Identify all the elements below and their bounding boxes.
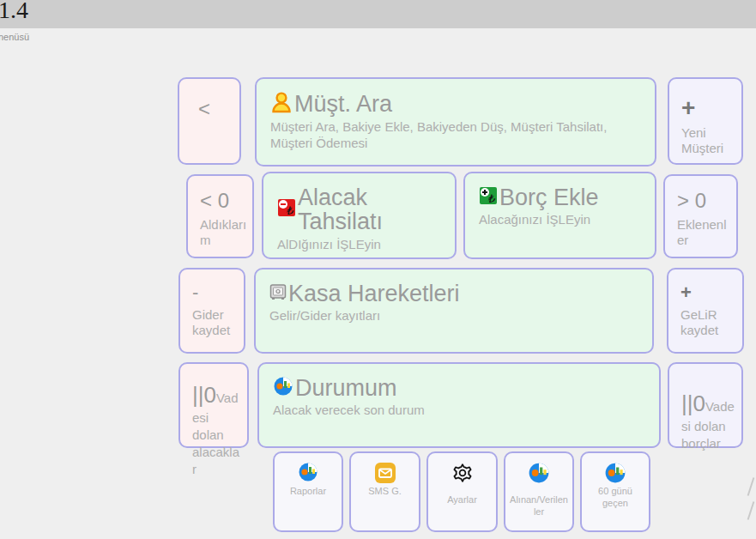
card-subtitle: Alacağınızı İŞLEyin (479, 212, 641, 228)
gear-icon (451, 462, 474, 484)
app-version: 1.4 (0, 0, 28, 24)
chart-pie-icon (273, 376, 293, 400)
card-aldiklarim[interactable]: < 0 Aldıklarım (186, 174, 254, 258)
chart-pie-icon (528, 462, 550, 484)
chart-pie-icon (604, 462, 626, 484)
person-icon (270, 91, 293, 117)
edge-artifact (747, 501, 755, 520)
vadesi-borclar-value: ||0 (681, 391, 705, 416)
card-gider-kaydet[interactable]: - Gider kaydet (178, 268, 245, 354)
card-vadesi-dolan-borclar[interactable]: ||0Vadesi dolan borçlar (668, 362, 743, 448)
card-subtitle: Alacak verecek son durum (273, 403, 645, 419)
chart-pie-icon (297, 462, 319, 484)
gunu-gecen-label: 60 günü geçen (585, 486, 645, 510)
raporlar-button[interactable]: Raporlar (273, 451, 343, 532)
gelir-label: GeLiR kaydet (680, 307, 737, 338)
eklenenler-value: > 0 (677, 190, 731, 212)
card-eklenenler[interactable]: > 0 Eklenenler (663, 174, 738, 258)
card-subtitle: Gelir/Gider kayıtları (269, 308, 638, 324)
lira-minus-icon: ₺ (277, 198, 296, 221)
card-durumum[interactable]: Durumum Alacak verecek son durum (257, 362, 661, 448)
ayarlar-button[interactable]: Ayarlar (426, 451, 498, 532)
aldiklarim-value: < 0 (200, 190, 247, 212)
sms-button[interactable]: SMS G. (349, 451, 420, 532)
gunu-gecen-button[interactable]: 60 günü geçen (580, 451, 650, 532)
gider-label: Gider kaydet (192, 307, 239, 338)
card-title: Alacak Tahsilatı (298, 185, 441, 234)
card-title: Kasa Hareketleri (288, 282, 460, 306)
back-button[interactable]: < (178, 77, 241, 165)
sms-label: SMS G. (354, 486, 415, 498)
minus-icon: - (192, 283, 239, 302)
card-vadesi-dolan-alacaklar[interactable]: ||0Vadesi dolan alacaklar (178, 362, 249, 448)
card-gelir-kaydet[interactable]: + GeLiR kaydet (667, 268, 744, 354)
ayarlar-label: Ayarlar (432, 494, 493, 506)
safe-icon (269, 283, 287, 304)
card-alacak-tahsilati[interactable]: ₺ Alacak Tahsilatı AlDIğınızı İŞLEyin (262, 172, 457, 259)
card-subtitle: Müşteri Ara, Bakiye Ekle, Bakiyeden Düş,… (270, 119, 641, 152)
new-customer-button[interactable]: + Yeni Müşteri (668, 77, 743, 165)
plus-icon: + (680, 283, 737, 302)
vadesi-alacaklar-value: ||0 (192, 382, 216, 408)
lira-plus-icon: ₺ (479, 186, 498, 209)
sms-envelope-icon (374, 462, 396, 484)
card-borc-ekle[interactable]: ₺ Borç Ekle Alacağınızı İŞLEyin (463, 172, 656, 259)
card-title: Müşt. Ara (294, 92, 392, 116)
edge-artifact (747, 477, 755, 496)
alinan-verilenler-button[interactable]: Alınan/Verilenler (504, 451, 574, 532)
back-label: < (198, 97, 210, 120)
eklenenler-label: Eklenenler (677, 217, 731, 248)
new-customer-label: Yeni Müşteri (681, 125, 736, 156)
title-band: 1.4 (0, 0, 756, 28)
alinan-verilenler-label: Alınan/Verilenler (509, 494, 569, 518)
card-kasa-hareketleri[interactable]: Kasa Hareketleri Gelir/Gider kayıtları (254, 268, 654, 354)
card-must-ara[interactable]: Müşt. Ara Müşteri Ara, Bakiye Ekle, Baki… (255, 77, 656, 167)
card-title: Durumum (295, 376, 397, 400)
plus-icon: + (681, 96, 736, 120)
aldiklarim-label: Aldıklarım (200, 217, 247, 248)
card-title: Borç Ekle (499, 185, 599, 209)
menu-label: nenüsü (0, 32, 29, 42)
raporlar-label: Raporlar (278, 486, 338, 498)
card-subtitle: AlDIğınızı İŞLEyin (277, 237, 441, 253)
app-window: 1.4 nenüsü < Müşt. Ara Müşteri Ara, Baki… (0, 0, 756, 539)
